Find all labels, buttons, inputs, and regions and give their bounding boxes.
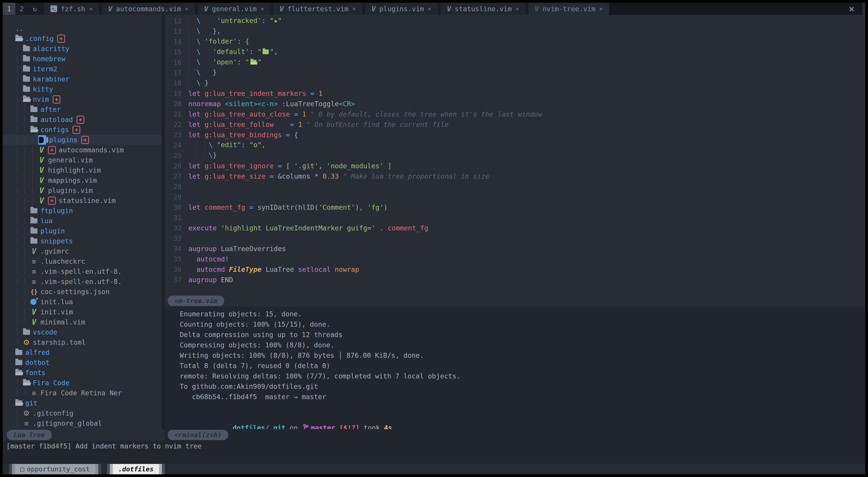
tmux-window-.dotfiles[interactable]: .dotfiles — [107, 464, 165, 474]
tab-close-icon[interactable]: × — [428, 5, 432, 12]
code-line[interactable]: 17 \ } — [165, 68, 865, 78]
indent-guides: │ │ — [15, 237, 30, 245]
tree-item[interactable]: │ │ init.lua — [3, 297, 162, 307]
tree-item[interactable]: │ │ │ V+autocommands.vim — [3, 145, 162, 155]
tree-item[interactable]: git — [3, 398, 162, 408]
line-number: 30 — [165, 203, 182, 211]
tab-general.vim[interactable]: Vgeneral.vim× — [198, 3, 271, 15]
line-number: 32 — [165, 224, 182, 232]
code-line[interactable]: 15 \ 'default': "", — [165, 47, 865, 57]
tree-item[interactable]: │ nvim+ — [3, 94, 162, 104]
tab-autocommands.vim[interactable]: Vautocommands.vim× — [102, 3, 195, 15]
code-line[interactable]: 36 autocmd FileType LuaTree setlocal now… — [165, 264, 865, 274]
tabpage-number-2[interactable]: 2 — [15, 3, 28, 15]
tree-item[interactable]: │ │ │ Vhighlight.vim — [3, 165, 162, 175]
tab-fzf.sh[interactable]: >_fzf.sh× — [44, 3, 99, 15]
tree-item[interactable]: dotbot — [3, 357, 162, 368]
tree-item[interactable]: │ │ plugin — [3, 226, 162, 236]
code-editor[interactable]: 12 \ 'untracked': "★"13 \ },14 \ 'folder… — [165, 15, 865, 295]
tabpage-number-1[interactable]: 1 — [3, 3, 15, 15]
code-line[interactable]: 29 — [165, 192, 865, 202]
code-line[interactable]: 31 — [165, 212, 865, 223]
tree-item[interactable]: │ kitty — [3, 84, 162, 94]
tree-item[interactable]: │ │ ≡.vim-spell-en.utf-8. — [3, 266, 162, 276]
code-line[interactable]: 12 \ 'untracked': "★" — [165, 16, 865, 26]
tree-item[interactable]: │ │ ≡.luacheckrc — [3, 256, 162, 266]
tree-item[interactable]: │ │ after — [3, 104, 162, 114]
tree-item[interactable]: └ ⚙starship.toml — [3, 337, 162, 347]
code-line[interactable]: 25 \} — [165, 150, 865, 161]
folder-icon — [30, 117, 37, 122]
tree-item[interactable]: │ karabiner — [3, 74, 162, 84]
tree-item[interactable]: │ │ │ Vmappings.vim — [3, 175, 162, 185]
tree-item[interactable]: │ │ {}coc-settings.json — [3, 287, 162, 297]
code-line[interactable]: 24 \ "edit": "o", — [165, 140, 865, 150]
prompt-on: on — [286, 424, 302, 429]
tree-item[interactable]: │ │ autoload+ — [3, 114, 162, 125]
tree-item[interactable]: │ alacritty — [3, 44, 162, 54]
code-line[interactable]: 16 \ 'open': "" — [165, 57, 865, 68]
tree-item[interactable]: alfred — [3, 347, 162, 357]
tab-fluttertest.vim[interactable]: Vfluttertest.vim× — [273, 3, 362, 15]
tree-item[interactable]: │ vscode — [3, 327, 162, 337]
tree-item[interactable]: │ │ snippets — [3, 236, 162, 246]
tab-label: autocommands.vim — [116, 5, 181, 13]
tree-item[interactable]: │ │ lua — [3, 216, 162, 226]
code-line[interactable]: 21let g:lua_tree_auto_close = 1 " 0 by d… — [165, 109, 865, 119]
tree-item[interactable]: │ ≡.gitignore_global — [3, 418, 162, 429]
code-line[interactable]: 20nnoremap <silent><c-n> :LuaTreeToggle<… — [165, 99, 865, 109]
tmux-window-opportunity_cost[interactable]: □opportunity_cost — [9, 464, 101, 474]
tree-item[interactable]: │ │ ≡.vim-spell-en.utf-8. — [3, 276, 162, 287]
code-line[interactable]: 37augroup END — [165, 274, 865, 285]
tree-item[interactable]: │ └ ≡Fira Code Retina Ner — [3, 388, 162, 398]
tab-statusline.vim[interactable]: Vstatusline.vim× — [440, 3, 526, 15]
tree-item[interactable]: │ │ │ plugins+ — [3, 135, 162, 145]
code-line[interactable]: 30let comment_fg = synIDattr(hlID('Comme… — [165, 202, 865, 212]
tree-item[interactable]: │ homebrew — [3, 54, 162, 64]
code-line[interactable]: 19let g:lua_tree_indent_markers = 1 — [165, 88, 865, 99]
tree-item-label: ftplugin — [40, 207, 73, 215]
tree-item[interactable]: │ │ │ Vgeneral.vim — [3, 155, 162, 165]
code-line[interactable]: 27let g:lua_tree_size = &columns * 0.33 … — [165, 171, 865, 181]
tree-item-label: dotbot — [25, 359, 50, 367]
code-line[interactable]: 32execute 'highlight LuaTreeIndentMarker… — [165, 223, 865, 233]
tree-item[interactable]: .. — [3, 24, 162, 34]
code-line[interactable]: 22let g:lua_tree_follow = 1 " On bufEnte… — [165, 119, 865, 130]
tab-close-icon[interactable]: × — [260, 5, 264, 12]
tree-item[interactable]: │ │ └ V+statusline.vim — [3, 196, 162, 206]
tree-item[interactable]: └ Fira Code — [3, 378, 162, 388]
terminal-pane[interactable]: Enumerating objects: 15, done.Counting o… — [165, 307, 865, 429]
git-status-badge: + — [57, 35, 65, 43]
tree-item[interactable]: .config+ — [3, 34, 162, 44]
tree-item[interactable]: │ iterm2 — [3, 64, 162, 74]
code-line[interactable]: 26let g:lua_tree_ignore = [ '.git', 'nod… — [165, 161, 865, 171]
code-line[interactable]: 28 — [165, 181, 865, 192]
close-all-icon[interactable]: × — [849, 3, 855, 14]
tab-close-icon[interactable]: × — [599, 5, 603, 12]
tree-item[interactable]: │ └ Vminimal.vim — [3, 317, 162, 327]
tree-item[interactable]: │ ⚙.gitconfig — [3, 408, 162, 418]
code-line[interactable]: 13 \ }, — [165, 26, 865, 36]
tab-close-icon[interactable]: × — [352, 5, 356, 12]
tree-item[interactable]: fonts — [3, 368, 162, 378]
tree-item[interactable]: │ │ configs+ — [3, 125, 162, 135]
code-line[interactable]: 33 — [165, 233, 865, 243]
code-line[interactable]: 14 \ 'folder': { — [165, 36, 865, 47]
tab-close-icon[interactable]: × — [185, 5, 188, 12]
tab-nvim-tree.vim[interactable]: Vnvim-tree.vim× — [528, 3, 610, 15]
tab-close-icon[interactable]: × — [515, 5, 519, 12]
code-line[interactable]: 18 \ } — [165, 78, 865, 88]
window-separator[interactable] — [162, 15, 165, 429]
refresh-icon[interactable]: ↻ — [28, 3, 41, 15]
code-line[interactable]: 34augroup LuaTreeOverrides — [165, 243, 865, 254]
tab-close-icon[interactable]: × — [89, 5, 93, 12]
tree-item[interactable]: │ │ ftplugin — [3, 206, 162, 216]
folder-icon — [23, 330, 30, 335]
tree-item[interactable]: │ │ V.gvimrc — [3, 246, 162, 256]
code-line[interactable]: 23let g:lua_tree_bindings = { — [165, 130, 865, 140]
code-line[interactable]: 35 autocmd! — [165, 254, 865, 264]
tab-plugins.vim[interactable]: Vplugins.vim× — [365, 3, 438, 15]
tree-item[interactable]: │ │ Vinit.vim — [3, 307, 162, 317]
tree-item[interactable]: │ │ │ Vplugins.vim — [3, 185, 162, 196]
editor-statusline-pill: <m-tree.vim — [167, 296, 224, 306]
